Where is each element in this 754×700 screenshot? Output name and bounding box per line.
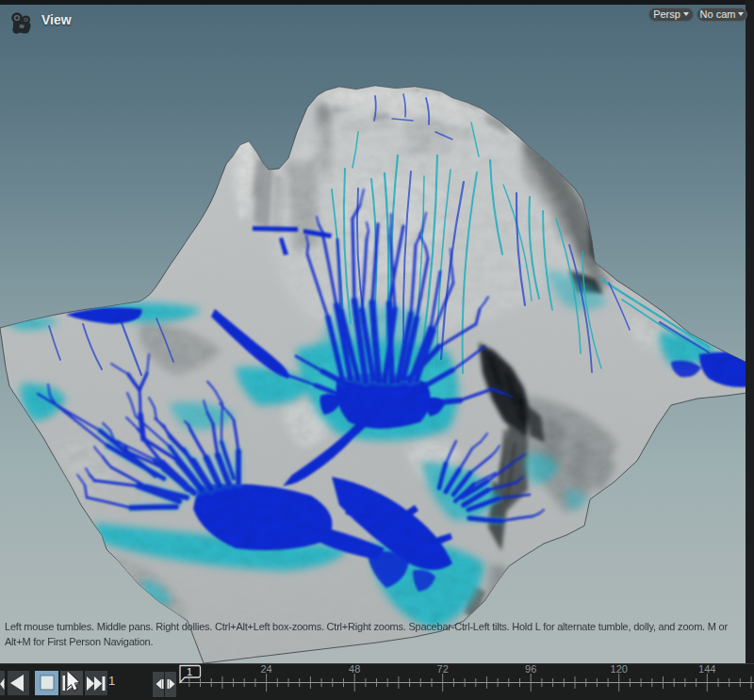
svg-text:48: 48 bbox=[349, 663, 360, 675]
svg-text:144: 144 bbox=[698, 663, 715, 675]
svg-text:96: 96 bbox=[525, 663, 536, 675]
svg-text:120: 120 bbox=[611, 663, 628, 675]
svg-text:72: 72 bbox=[437, 663, 449, 675]
svg-text:24: 24 bbox=[260, 663, 271, 675]
svg-text:1: 1 bbox=[187, 666, 192, 677]
